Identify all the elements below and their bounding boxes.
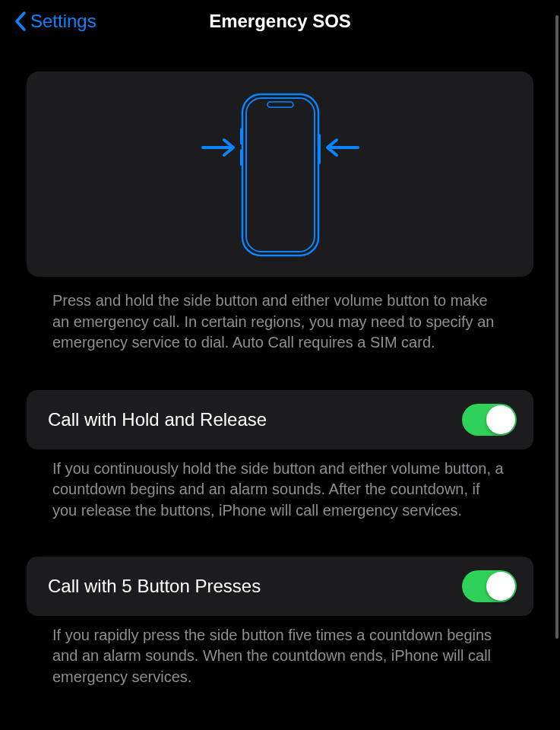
setting-caption: If you continuously hold the side button… [27, 449, 533, 522]
illustration-card [27, 71, 533, 277]
chevron-left-icon [14, 11, 27, 32]
toggle-knob [486, 405, 515, 434]
svg-rect-1 [246, 98, 315, 252]
toggle-call-hold-release[interactable] [462, 404, 517, 436]
page-title: Emergency SOS [209, 11, 351, 32]
content-area: Press and hold the side button and eithe… [0, 71, 560, 687]
navbar: Settings Emergency SOS [0, 0, 560, 41]
back-label: Settings [30, 11, 96, 32]
illustration-caption: Press and hold the side button and eithe… [27, 277, 533, 354]
setting-call-5-presses: Call with 5 Button Presses [27, 557, 533, 616]
svg-rect-3 [318, 134, 321, 164]
setting-label: Call with 5 Button Presses [48, 576, 261, 597]
back-button[interactable]: Settings [14, 11, 96, 32]
setting-label: Call with Hold and Release [48, 409, 267, 430]
phone-buttons-illustration-icon [182, 87, 379, 262]
svg-rect-5 [240, 149, 242, 166]
toggle-call-5-presses[interactable] [462, 570, 517, 602]
svg-rect-2 [267, 102, 293, 107]
scrollbar[interactable] [555, 15, 558, 639]
toggle-knob [486, 572, 515, 601]
svg-rect-0 [242, 94, 318, 256]
setting-call-hold-release: Call with Hold and Release [27, 390, 533, 449]
svg-rect-4 [240, 128, 242, 144]
setting-caption: If you rapidly press the side button fiv… [27, 616, 533, 688]
